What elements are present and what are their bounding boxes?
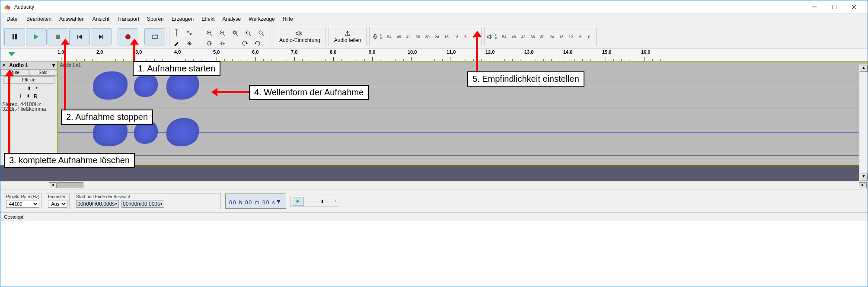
redo-button[interactable] <box>252 39 264 48</box>
svg-rect-35 <box>234 32 236 33</box>
annotation-3: 3. komplette Aufnahme löschen <box>4 153 135 168</box>
record-meter[interactable]: L R -54-48-42-36-30-24-18-12-60 <box>369 27 482 46</box>
status-bar: Gestoppt. <box>0 212 868 221</box>
menu-analyse[interactable]: Analyse <box>219 15 245 23</box>
snap-label: Einrasten <box>48 194 67 199</box>
svg-marker-51 <box>296 31 299 35</box>
pause-button[interactable] <box>4 28 25 45</box>
multi-tool[interactable] <box>183 39 195 48</box>
scroll-down-button[interactable]: ▼ <box>860 174 868 181</box>
menu-bearbeiten[interactable]: Bearbeiten <box>23 15 55 23</box>
tools-group <box>169 27 199 46</box>
svg-line-38 <box>246 32 247 32</box>
close-button[interactable] <box>844 0 864 13</box>
svg-rect-3 <box>832 5 836 9</box>
trim-button[interactable] <box>203 39 215 48</box>
meter-lr-label2: L R <box>495 33 498 40</box>
track-name[interactable]: Audio 1 <box>7 62 50 68</box>
menu-effekt[interactable]: Effekt <box>198 15 218 23</box>
vertical-scrollbar[interactable]: ▲ ▼ <box>859 64 868 181</box>
titlebar: Audacity <box>0 0 868 13</box>
track-menu-button[interactable]: ▼ <box>50 62 57 68</box>
audio-setup-button[interactable]: Audio-Einrichtung <box>275 28 325 45</box>
playback-speed-slider[interactable]: ─ · · · · ▮ · · · · + <box>307 199 337 203</box>
track-close-button[interactable]: ✕ <box>0 62 7 68</box>
menu-transport[interactable]: Transport <box>114 15 143 23</box>
undo-button[interactable] <box>239 39 251 48</box>
speaker-icon <box>296 30 303 36</box>
menu-erzeugen[interactable]: Erzeugen <box>168 15 197 23</box>
scroll-up-button[interactable]: ▲ <box>860 65 868 72</box>
time-display[interactable]: 00 h 00 m 00 s▾ <box>225 193 286 209</box>
silence-button[interactable] <box>216 39 228 48</box>
project-rate-label: Projekt-Rate (Hz) <box>6 194 39 199</box>
playback-meter[interactable]: L R -54-48-42-36-30-24-18-12-60 <box>484 27 597 46</box>
svg-rect-10 <box>77 35 78 39</box>
app-logo-icon <box>4 3 11 10</box>
zoom-out-button[interactable] <box>216 28 228 38</box>
window-title: Audacity <box>14 4 804 10</box>
selection-end-field[interactable]: 00h00m00,000s▾ <box>121 200 164 208</box>
zoom-in-button[interactable] <box>203 28 215 38</box>
svg-rect-42 <box>208 42 211 45</box>
snap-select[interactable]: Aus <box>48 200 67 208</box>
svg-point-33 <box>233 31 236 34</box>
fit-selection-button[interactable] <box>229 28 241 38</box>
svg-rect-7 <box>15 34 17 39</box>
loop-button[interactable] <box>144 28 165 45</box>
share-icon <box>345 30 351 36</box>
scroll-left-button[interactable]: ◄ <box>49 182 57 188</box>
horizontal-scrollbar[interactable]: ◄ ► <box>0 181 868 190</box>
mute-button[interactable]: Mute <box>0 69 29 76</box>
maximize-button[interactable] <box>824 0 844 13</box>
svg-line-37 <box>249 34 251 35</box>
svg-line-34 <box>236 34 238 35</box>
menu-hilfe[interactable]: Hilfe <box>279 15 297 23</box>
menu-auswählen[interactable]: Auswählen <box>56 15 88 23</box>
svg-point-21 <box>190 34 191 35</box>
draw-tool[interactable] <box>170 39 182 48</box>
menu-spuren[interactable]: Spuren <box>144 15 167 23</box>
svg-line-27 <box>210 34 212 35</box>
main-toolbar: Audio-Einrichtung Audio teilen L R -54-4… <box>0 25 868 48</box>
selection-toolbar: Projekt-Rate (Hz) 44100 Einrasten Aus St… <box>0 190 868 212</box>
skip-start-button[interactable] <box>69 28 90 45</box>
zoom-toggle-button[interactable] <box>255 28 267 38</box>
minimize-button[interactable] <box>804 0 824 13</box>
menu-werkzeuge[interactable]: Werkzeuge <box>245 15 278 23</box>
skip-end-button[interactable] <box>91 28 112 45</box>
share-audio-button[interactable]: Audio teilen <box>330 28 366 45</box>
annotation-5: 5. Empfindlichkeit einstellen <box>467 71 584 87</box>
svg-point-40 <box>259 31 262 34</box>
channel-right[interactable] <box>58 109 867 156</box>
transport-group <box>3 27 166 46</box>
solo-button[interactable]: Solo <box>29 69 57 76</box>
selection-start-field[interactable]: 00h00m00,000s▾ <box>76 200 119 208</box>
svg-rect-9 <box>56 35 60 39</box>
svg-marker-54 <box>488 35 491 39</box>
mic-icon <box>372 34 378 40</box>
share-group: Audio teilen <box>329 27 367 46</box>
effects-button[interactable]: Effekte <box>3 76 54 84</box>
scroll-right-button[interactable]: ► <box>859 182 867 188</box>
audio-setup-label: Audio-Einrichtung <box>279 37 320 43</box>
play-button[interactable] <box>26 28 47 45</box>
speaker-small-icon <box>487 34 493 40</box>
scrollbar-thumb[interactable] <box>57 182 83 188</box>
annotation-4: 4. Wellenform der Aufnahme <box>249 85 369 100</box>
project-rate-select[interactable]: 44100 <box>6 200 39 208</box>
envelope-tool[interactable] <box>183 28 195 38</box>
play-at-speed-button[interactable] <box>293 197 304 206</box>
selection-tool[interactable] <box>170 28 182 38</box>
playhead-icon[interactable] <box>8 52 15 56</box>
fit-project-button[interactable] <box>242 28 254 38</box>
svg-marker-11 <box>78 35 82 39</box>
timeline-ruler[interactable]: 1,02,03,04,05,06,07,08,09,010,011,012,01… <box>0 48 868 61</box>
svg-rect-52 <box>374 34 376 37</box>
svg-marker-8 <box>34 34 38 39</box>
audio-setup-group: Audio-Einrichtung <box>274 27 326 46</box>
menu-datei[interactable]: Datei <box>3 15 22 23</box>
annotation-1: 1. Aufnahme starten <box>133 61 220 76</box>
menu-ansicht[interactable]: Ansicht <box>89 15 113 23</box>
track-waveform-area[interactable]: Audio 1 #1 <box>57 61 868 165</box>
